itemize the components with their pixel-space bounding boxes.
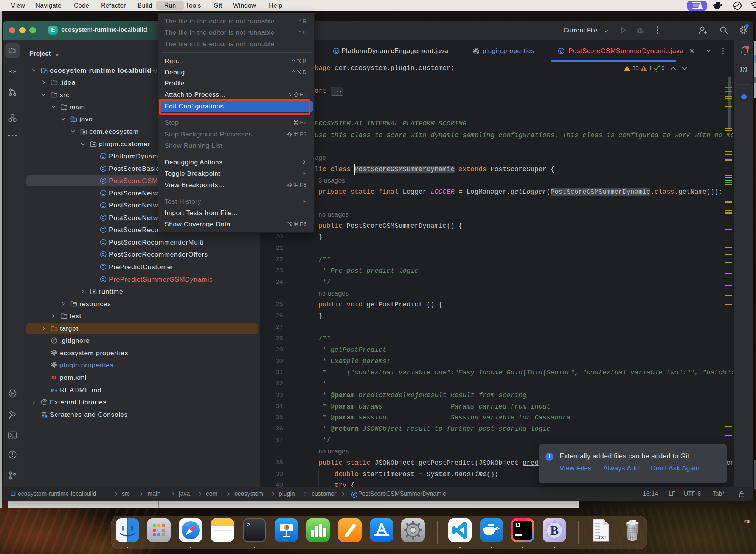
svg-text:C: C — [102, 203, 105, 207]
svg-text:C: C — [102, 240, 105, 245]
svg-text:C: C — [335, 49, 338, 53]
svg-text:C: C — [102, 227, 105, 232]
svg-text:C: C — [102, 178, 105, 183]
svg-text:C: C — [102, 215, 105, 220]
svg-text:M: M — [51, 388, 55, 393]
svg-text:C: C — [102, 277, 105, 282]
svg-text:C: C — [102, 252, 105, 257]
svg-text:m: m — [51, 374, 56, 381]
svg-text:TXT: TXT — [599, 535, 607, 540]
svg-text:C: C — [102, 191, 105, 195]
svg-text:C: C — [353, 492, 356, 497]
svg-text:C: C — [102, 154, 105, 158]
svg-text:C: C — [102, 265, 105, 269]
svg-text:B: B — [550, 523, 559, 537]
svg-text:C: C — [102, 166, 105, 171]
svg-text:C: C — [560, 49, 563, 53]
